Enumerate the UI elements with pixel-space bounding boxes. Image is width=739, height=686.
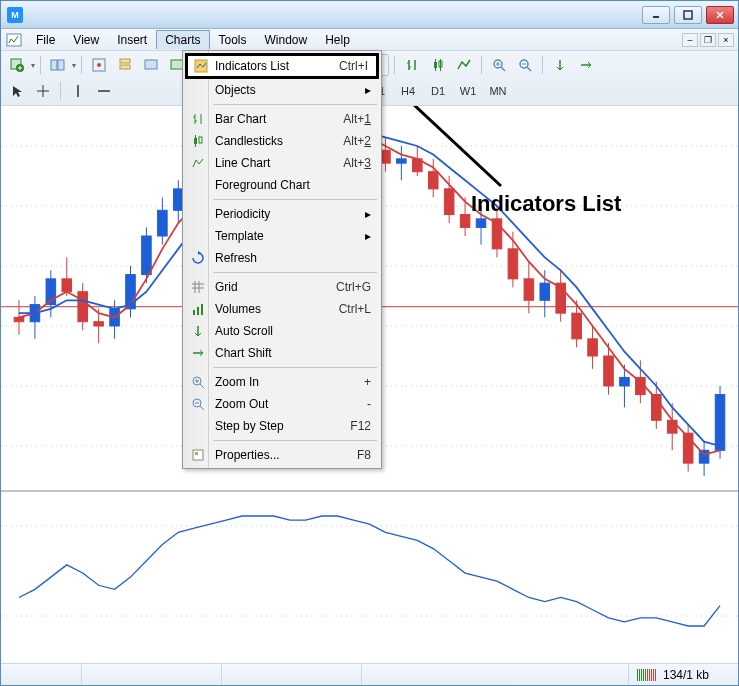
menu-foreground-chart[interactable]: Foreground Chart (185, 174, 379, 196)
navigator-button[interactable] (113, 54, 137, 76)
menu-help[interactable]: Help (316, 30, 359, 50)
svg-rect-146 (715, 395, 725, 451)
auto-scroll-button[interactable] (548, 54, 572, 76)
svg-rect-18 (145, 60, 157, 69)
menu-template[interactable]: Template ▸ (185, 225, 379, 247)
svg-rect-128 (572, 313, 582, 339)
menu-zoom-out-shortcut: - (367, 397, 379, 411)
menu-objects[interactable]: Objects ▸ (185, 79, 379, 101)
submenu-arrow-icon: ▸ (365, 229, 379, 243)
new-chart-button[interactable] (5, 54, 29, 76)
menu-line-chart[interactable]: Line Chart Alt+3 (185, 152, 379, 174)
mdi-close-button[interactable]: × (718, 33, 734, 47)
bar-chart-button[interactable] (400, 54, 424, 76)
menu-window[interactable]: Window (256, 30, 317, 50)
menu-auto-scroll-label: Auto Scroll (215, 324, 273, 338)
chart-shift-button[interactable] (574, 54, 598, 76)
menubar: File View Insert Charts Tools Window Hel… (1, 29, 738, 51)
candlesticks-icon (190, 133, 206, 149)
svg-rect-13 (58, 60, 64, 70)
menu-tools[interactable]: Tools (210, 30, 256, 50)
properties-icon (190, 447, 206, 463)
menu-template-label: Template (215, 229, 264, 243)
svg-rect-158 (199, 137, 202, 143)
svg-rect-112 (444, 189, 454, 215)
svg-rect-4 (7, 34, 21, 46)
svg-rect-76 (158, 210, 168, 236)
svg-line-37 (501, 67, 505, 71)
crosshair-button[interactable] (31, 80, 55, 102)
titlebar: M (1, 1, 738, 29)
tf-h4[interactable]: H4 (394, 82, 422, 100)
profiles-button[interactable] (46, 54, 70, 76)
svg-line-41 (527, 67, 531, 71)
menu-zoom-out[interactable]: Zoom Out - (185, 393, 379, 415)
menu-bar-chart[interactable]: Bar Chart Alt+1 (185, 108, 379, 130)
svg-marker-45 (13, 86, 22, 97)
menu-grid-label: Grid (215, 280, 238, 294)
menu-periodicity[interactable]: Periodicity ▸ (185, 203, 379, 225)
zoom-in-button[interactable] (487, 54, 511, 76)
app-icon: M (7, 7, 23, 23)
line-chart-icon (190, 155, 206, 171)
chart-doc-icon (5, 32, 23, 48)
svg-point-15 (97, 63, 101, 67)
tf-mn[interactable]: MN (484, 82, 512, 100)
menu-zoom-in-label: Zoom In (215, 375, 259, 389)
svg-rect-140 (667, 420, 677, 433)
menu-candlesticks-label: Candlesticks (215, 134, 283, 148)
menu-grid[interactable]: Grid Ctrl+G (185, 276, 379, 298)
svg-rect-106 (397, 159, 407, 163)
menu-volumes[interactable]: Volumes Ctrl+L (185, 298, 379, 320)
menu-grid-shortcut: Ctrl+G (336, 280, 379, 294)
bar-chart-icon (190, 111, 206, 127)
mdi-restore-button[interactable]: ❐ (700, 33, 716, 47)
menu-auto-scroll[interactable]: Auto Scroll (185, 320, 379, 342)
svg-rect-165 (197, 307, 199, 315)
svg-rect-116 (476, 219, 486, 228)
line-chart-button[interactable] (452, 54, 476, 76)
svg-rect-151 (195, 60, 207, 72)
zoom-out-button[interactable] (513, 54, 537, 76)
menu-bar-chart-shortcut: Alt+1 (343, 112, 379, 126)
menu-properties[interactable]: Properties... F8 (185, 444, 379, 466)
svg-rect-1 (684, 11, 692, 19)
vertical-line-button[interactable] (66, 80, 90, 102)
menu-step-by-step-label: Step by Step (215, 419, 284, 433)
menu-view[interactable]: View (64, 30, 108, 50)
svg-rect-110 (428, 172, 438, 189)
menu-chart-shift[interactable]: Chart Shift (185, 342, 379, 364)
close-button[interactable] (706, 6, 734, 24)
menu-file[interactable]: File (27, 30, 64, 50)
menu-step-by-step[interactable]: Step by Step F12 (185, 415, 379, 437)
cursor-button[interactable] (5, 80, 29, 102)
svg-rect-104 (381, 150, 391, 163)
menu-insert[interactable]: Insert (108, 30, 156, 50)
svg-rect-122 (524, 279, 534, 300)
menu-zoom-out-label: Zoom Out (215, 397, 268, 411)
menu-periodicity-label: Periodicity (215, 207, 270, 221)
svg-rect-64 (62, 279, 72, 292)
menu-properties-label: Properties... (215, 448, 280, 462)
menu-zoom-in-shortcut: + (364, 375, 379, 389)
mdi-minimize-button[interactable]: – (682, 33, 698, 47)
maximize-button[interactable] (674, 6, 702, 24)
minimize-button[interactable] (642, 6, 670, 24)
menu-candlesticks[interactable]: Candlesticks Alt+2 (185, 130, 379, 152)
terminal-button[interactable] (139, 54, 163, 76)
menu-volumes-label: Volumes (215, 302, 261, 316)
indicators-list-icon (193, 58, 209, 74)
menu-refresh[interactable]: Refresh (185, 247, 379, 269)
market-watch-button[interactable] (87, 54, 111, 76)
tf-w1[interactable]: W1 (454, 82, 482, 100)
candlestick-button[interactable] (426, 54, 450, 76)
tf-d1[interactable]: D1 (424, 82, 452, 100)
svg-line-170 (200, 384, 204, 388)
svg-rect-12 (51, 60, 57, 70)
statusbar: 134/1 kb (1, 663, 738, 685)
menu-zoom-in[interactable]: Zoom In + (185, 371, 379, 393)
menu-charts[interactable]: Charts (156, 30, 209, 49)
horizontal-line-button[interactable] (92, 80, 116, 102)
menu-indicators-list[interactable]: Indicators List Ctrl+I (185, 53, 379, 79)
svg-rect-68 (94, 322, 104, 326)
